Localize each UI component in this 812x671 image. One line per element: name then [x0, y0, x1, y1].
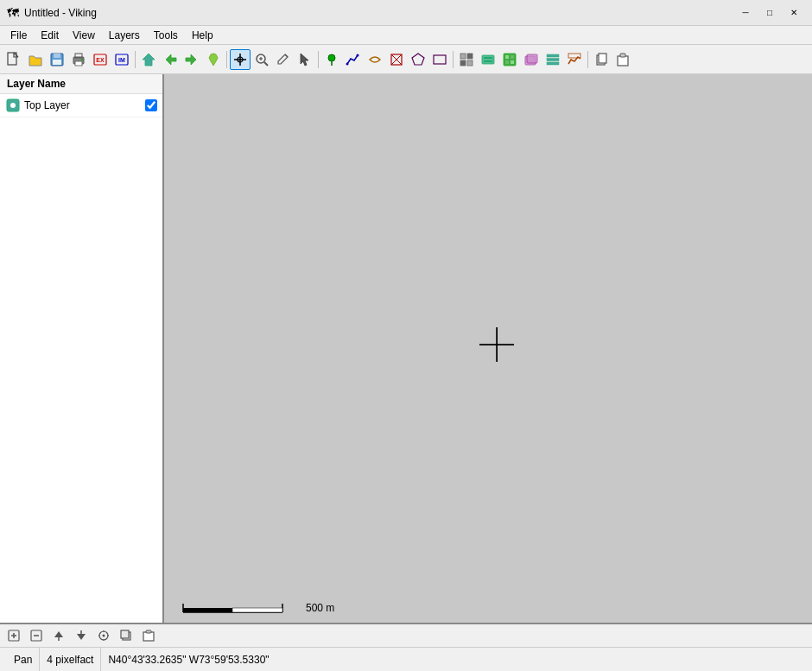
remove-layer-button[interactable] — [26, 626, 47, 645]
layer-name: Top Layer — [24, 99, 142, 111]
svg-rect-42 — [511, 55, 514, 59]
select-tool-button[interactable] — [295, 49, 315, 70]
bottom-toolbar — [0, 623, 812, 647]
satellite-button[interactable] — [499, 49, 520, 70]
scale-bar-container: 500 m — [181, 604, 334, 614]
layer-properties-button[interactable] — [93, 626, 114, 645]
layer-icon — [5, 98, 21, 113]
minimize-button[interactable]: ─ — [734, 4, 757, 22]
svg-rect-6 — [75, 61, 82, 66]
save-button[interactable] — [47, 49, 67, 70]
window-controls: ─ □ ✕ — [734, 4, 805, 22]
title-text: Untitled - Viking — [24, 7, 97, 19]
menu-help[interactable]: Help — [185, 28, 220, 43]
svg-rect-63 — [183, 608, 232, 612]
status-pixelfact: 4 pixelfact — [40, 648, 101, 671]
svg-rect-43 — [505, 60, 509, 64]
separator-4 — [453, 51, 454, 68]
duplicate-layer-button[interactable] — [116, 626, 136, 645]
svg-rect-36 — [467, 60, 473, 66]
svg-marker-72 — [77, 634, 86, 640]
svg-rect-79 — [146, 630, 151, 633]
import-button[interactable]: IM — [111, 49, 132, 70]
svg-point-26 — [346, 62, 349, 65]
svg-point-7 — [81, 59, 83, 60]
svg-line-20 — [264, 62, 268, 66]
layers-list: Top Layer — [0, 94, 162, 623]
close-button[interactable]: ✕ — [783, 4, 805, 22]
create-rectangle-button[interactable] — [429, 49, 450, 70]
add-layer-button[interactable] — [3, 626, 24, 645]
paste-button[interactable] — [612, 49, 633, 70]
title-bar: 🗺 Untitled - Viking ─ □ ✕ — [0, 0, 812, 26]
svg-rect-33 — [460, 54, 466, 59]
map-layer-button[interactable] — [478, 49, 498, 70]
map-canvas[interactable]: 500 m — [164, 74, 812, 623]
svg-rect-35 — [460, 60, 466, 66]
menu-tools[interactable]: Tools — [147, 28, 185, 43]
pan-home-button[interactable] — [138, 49, 159, 70]
svg-rect-44 — [511, 60, 514, 64]
grid-button[interactable] — [456, 49, 477, 70]
create-marker-button[interactable] — [386, 49, 407, 70]
svg-rect-47 — [547, 54, 559, 57]
menu-file[interactable]: File — [3, 28, 34, 43]
export-button[interactable]: EX — [90, 49, 111, 70]
svg-marker-31 — [412, 54, 424, 65]
svg-rect-32 — [434, 55, 446, 64]
svg-rect-77 — [121, 630, 129, 638]
copy-button[interactable] — [591, 49, 612, 70]
paste-layer-button[interactable] — [138, 626, 159, 645]
svg-marker-13 — [166, 54, 176, 65]
go-forward-button[interactable] — [181, 49, 202, 70]
svg-point-24 — [328, 54, 335, 61]
app-icon: 🗺 — [7, 6, 19, 20]
svg-point-75 — [103, 635, 105, 637]
go-back-button[interactable] — [160, 49, 181, 70]
status-coordinates: N40°43'33.2635" W73°59'53.5330" — [101, 648, 276, 671]
svg-rect-48 — [547, 58, 559, 60]
svg-rect-39 — [484, 60, 492, 62]
svg-rect-52 — [599, 54, 606, 63]
move-layer-up-button[interactable] — [48, 626, 69, 645]
move-layer-down-button[interactable] — [71, 626, 92, 645]
svg-marker-70 — [54, 631, 63, 637]
svg-rect-37 — [482, 55, 494, 64]
separator-5 — [587, 51, 588, 68]
track-manager-button[interactable] — [564, 49, 585, 70]
toolbar: EX IM — [0, 45, 812, 74]
overlay-button[interactable] — [521, 49, 542, 70]
menu-edit[interactable]: Edit — [34, 28, 66, 43]
bookmark-button[interactable] — [203, 49, 224, 70]
svg-rect-34 — [467, 54, 473, 59]
menu-view[interactable]: View — [66, 28, 102, 43]
main-area: Layer Name Top Layer — [0, 74, 812, 623]
edit-tool-button[interactable] — [273, 49, 294, 70]
create-track-button[interactable] — [343, 49, 364, 70]
create-route-button[interactable] — [365, 49, 385, 70]
layer-row[interactable]: Top Layer — [0, 94, 162, 117]
print-button[interactable] — [68, 49, 89, 70]
title-bar-left: 🗺 Untitled - Viking — [7, 6, 97, 20]
svg-rect-3 — [53, 60, 61, 65]
svg-point-27 — [357, 54, 359, 56]
layer-visibility-checkbox[interactable] — [145, 99, 157, 111]
status-bar: Pan 4 pixelfact N40°43'33.2635" W73°59'5… — [0, 647, 812, 671]
open-button[interactable] — [25, 49, 46, 70]
menu-layers[interactable]: Layers — [102, 28, 147, 43]
svg-rect-38 — [484, 57, 492, 59]
create-waypoint-button[interactable] — [321, 49, 342, 70]
separator-1 — [135, 51, 136, 68]
layer-manager-button[interactable] — [542, 49, 563, 70]
new-button[interactable] — [3, 49, 24, 70]
svg-text:EX: EX — [96, 57, 105, 63]
crosshair-tool-button[interactable] — [230, 49, 251, 70]
zoom-tool-button[interactable] — [251, 49, 272, 70]
create-polygon-button[interactable] — [408, 49, 428, 70]
svg-rect-41 — [505, 55, 509, 59]
svg-rect-46 — [527, 54, 537, 63]
svg-text:IM: IM — [118, 57, 125, 63]
svg-line-23 — [285, 54, 288, 57]
maximize-button[interactable]: □ — [758, 4, 781, 22]
svg-rect-64 — [232, 608, 282, 612]
